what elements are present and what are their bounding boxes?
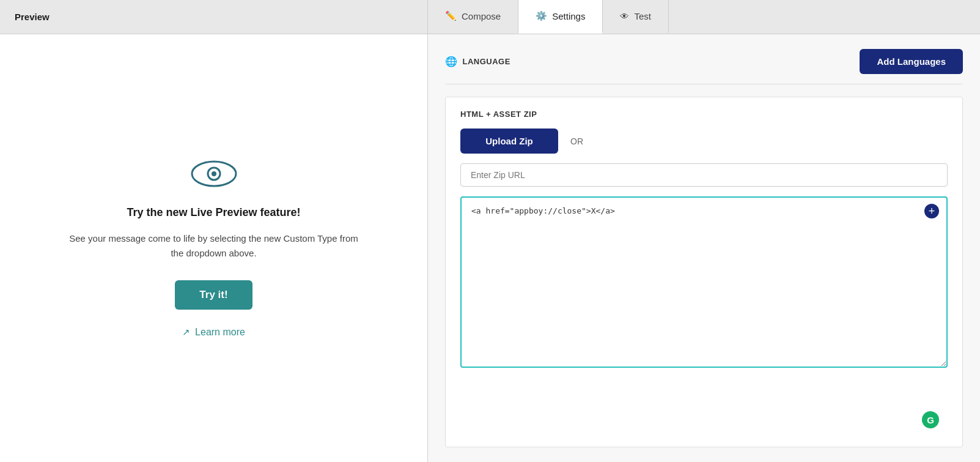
preview-title: Preview — [0, 0, 428, 34]
test-icon: 👁 — [620, 11, 629, 21]
add-languages-button[interactable]: Add Languages — [860, 49, 963, 74]
tab-test[interactable]: 👁 Test — [603, 0, 669, 34]
preview-panel: Try the new Live Preview feature! See yo… — [0, 34, 428, 462]
language-label-container: 🌐 LANGUAGE — [445, 56, 510, 67]
svg-point-2 — [212, 171, 216, 176]
tab-test-label: Test — [634, 11, 651, 21]
main-content: Try the new Live Preview feature! See yo… — [0, 34, 980, 462]
top-bar: Preview ✏️ Compose ⚙️ Settings 👁 Test — [0, 0, 980, 34]
globe-icon: 🌐 — [445, 56, 458, 67]
eye-icon — [190, 158, 238, 192]
tab-settings-label: Settings — [552, 11, 585, 21]
code-editor-wrapper: <a href="appboy://close">X</a> + G — [460, 196, 948, 434]
preview-description: See your message come to life by selecti… — [67, 231, 361, 261]
tab-settings[interactable]: ⚙️ Settings — [518, 0, 603, 34]
asset-section: HTML + ASSET ZIP Upload Zip OR <a href="… — [445, 97, 963, 447]
learn-more-label: Learn more — [195, 327, 245, 338]
external-link-icon: ↗︎ — [182, 327, 190, 338]
settings-panel: 🌐 LANGUAGE Add Languages HTML + ASSET ZI… — [428, 34, 980, 462]
zip-url-input[interactable] — [460, 163, 948, 187]
preview-label: Preview — [15, 12, 50, 22]
preview-headline: Try the new Live Preview feature! — [127, 206, 300, 219]
language-label-text: LANGUAGE — [463, 57, 510, 66]
compose-icon: ✏️ — [445, 10, 457, 21]
asset-section-title: HTML + ASSET ZIP — [460, 110, 948, 119]
try-it-button[interactable]: Try it! — [175, 280, 252, 310]
grammarly-icon[interactable]: G — [922, 411, 939, 428]
upload-zip-button[interactable]: Upload Zip — [460, 129, 558, 154]
tab-compose-label: Compose — [462, 11, 501, 21]
tabs-area: ✏️ Compose ⚙️ Settings 👁 Test — [428, 0, 980, 34]
code-editor[interactable]: <a href="appboy://close">X</a> — [460, 196, 948, 368]
tab-compose[interactable]: ✏️ Compose — [428, 0, 518, 34]
upload-row: Upload Zip OR — [460, 129, 948, 154]
add-code-icon[interactable]: + — [924, 204, 939, 218]
language-row: 🌐 LANGUAGE Add Languages — [445, 49, 963, 84]
learn-more-link[interactable]: ↗︎ Learn more — [182, 327, 245, 338]
code-content: <a href="appboy://close">X</a> — [471, 206, 615, 215]
settings-icon: ⚙️ — [536, 10, 547, 21]
or-label: OR — [570, 136, 583, 146]
